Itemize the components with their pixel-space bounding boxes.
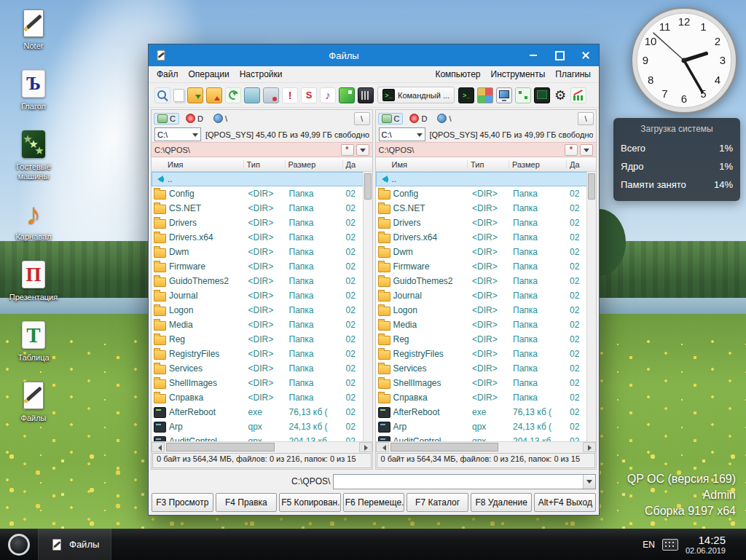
minimize-button[interactable] <box>520 44 546 66</box>
favorites-button[interactable]: * <box>341 144 354 156</box>
menu-item[interactable]: Файл <box>152 66 184 82</box>
vertical-scroll-thumb[interactable] <box>364 173 372 200</box>
path-bar[interactable]: C:\QPOS\ * <box>152 142 372 157</box>
fkey-button[interactable]: F6 Перемеще... <box>343 493 405 512</box>
file-row[interactable]: AuditControl qpx 204,13 кб... 02 <box>152 434 364 441</box>
startup-s-icon[interactable] <box>301 87 317 103</box>
drive-button[interactable]: \ <box>210 112 231 125</box>
column-header-type[interactable]: Тип <box>244 160 286 169</box>
file-row[interactable]: Media <DIR> Папка 02 <box>152 318 364 332</box>
vertical-scrollbar[interactable] <box>586 172 596 441</box>
start-button[interactable] <box>0 529 38 560</box>
file-row[interactable]: Logon <DIR> Папка 02 <box>152 303 364 318</box>
desktop-icon[interactable]: П Презентация <box>4 259 63 302</box>
scroll-right-button[interactable] <box>359 442 372 452</box>
refresh-icon[interactable] <box>225 87 241 103</box>
file-row[interactable]: CS.NET <DIR> Папка 02 <box>152 201 364 216</box>
keyboard-icon[interactable] <box>662 539 678 551</box>
file-row[interactable]: Reg <DIR> Папка 02 <box>152 332 364 347</box>
maximize-button[interactable] <box>546 44 573 66</box>
file-row[interactable]: ShellImages <DIR> Папка 02 <box>376 376 588 390</box>
drive-select[interactable]: C:\ <box>154 127 201 141</box>
column-header-size[interactable]: Размер <box>286 160 343 169</box>
file-row[interactable]: Drivers <DIR> Папка 02 <box>152 216 364 230</box>
copy-documents-icon[interactable] <box>173 89 184 102</box>
scroll-left-button[interactable] <box>152 442 165 452</box>
keyboard-layout-indicator[interactable]: EN <box>643 540 655 550</box>
plugin-icon[interactable] <box>339 87 355 103</box>
path-bar[interactable]: C:\QPOS\ * <box>376 142 597 157</box>
history-dropdown-button[interactable] <box>580 144 593 156</box>
menu-item[interactable]: Настройки <box>235 66 288 82</box>
network-icon[interactable] <box>515 87 531 103</box>
file-row[interactable]: Services <DIR> Папка 02 <box>152 361 364 376</box>
unpack-folder-icon[interactable] <box>206 87 222 103</box>
file-row[interactable]: Config <DIR> Папка 02 <box>376 186 588 201</box>
terminal-icon[interactable] <box>458 87 474 103</box>
file-row[interactable]: Arp qpx 24,13 кб ( 02 <box>376 419 588 434</box>
close-button[interactable] <box>573 44 599 66</box>
file-grid-icon[interactable] <box>477 87 493 103</box>
file-row[interactable]: Firmware <DIR> Папка 02 <box>152 259 364 274</box>
command-history-button[interactable] <box>583 475 595 489</box>
remote-screen-icon[interactable] <box>534 87 550 103</box>
fkey-button[interactable]: F8 Удаление <box>471 493 533 512</box>
file-row[interactable]: Справка <DIR> Папка 02 <box>152 390 364 405</box>
fkey-button[interactable]: F7 Каталог <box>407 493 468 512</box>
scroll-left-button[interactable] <box>376 442 389 452</box>
file-row[interactable]: GuidoThemes2 <DIR> Папка 02 <box>152 274 364 288</box>
desktop-icon[interactable]: Ъ Глагол <box>4 68 63 111</box>
file-row[interactable]: AfterReboot exe 76,13 кб ( 02 <box>152 405 364 419</box>
file-row[interactable]: Journal <DIR> Папка 02 <box>152 288 364 303</box>
desktop-icon[interactable]: ♪ Карнавал <box>4 198 63 242</box>
monitor-tools-icon[interactable] <box>496 87 512 103</box>
file-row[interactable]: Media <DIR> Папка 02 <box>376 318 588 332</box>
attention-icon[interactable] <box>282 87 298 103</box>
horizontal-scrollbar[interactable] <box>152 441 372 452</box>
root-path-button[interactable]: \ <box>354 112 370 125</box>
file-row[interactable]: Config <DIR> Папка 02 <box>152 186 364 201</box>
desktop-icon[interactable]: ★ Гостевые машины <box>4 128 63 181</box>
view-panel-icon[interactable] <box>244 87 260 103</box>
command-input[interactable] <box>334 475 583 489</box>
system-stats-icon[interactable] <box>570 87 586 103</box>
file-row[interactable]: Reg <DIR> Папка 02 <box>376 332 588 347</box>
file-row[interactable]: AuditControl qpx 204,13 кб... 02 <box>376 434 588 441</box>
file-row[interactable]: Drivers.x64 <DIR> Папка 02 <box>152 230 364 245</box>
file-row[interactable]: ShellImages <DIR> Папка 02 <box>152 376 364 390</box>
horizontal-scroll-thumb[interactable] <box>390 443 499 451</box>
desktop-icon[interactable]: Noter <box>4 7 63 51</box>
drive-button[interactable]: D <box>406 112 431 125</box>
media-player-icon[interactable] <box>320 87 336 103</box>
drive-button[interactable]: C <box>154 113 179 125</box>
pack-folder-icon[interactable] <box>187 87 203 103</box>
taskbar-clock[interactable]: 14:25 02.06.2019 <box>686 534 726 555</box>
fkey-button[interactable]: F4 Правка <box>216 493 278 512</box>
file-row[interactable]: .. <box>152 172 364 186</box>
column-header-size[interactable]: Размер <box>509 160 567 169</box>
file-row[interactable]: RegistryFiles <DIR> Папка 02 <box>376 347 588 361</box>
encoder-icon[interactable] <box>358 87 374 103</box>
fkey-button[interactable]: F5 Копирован... <box>279 493 341 512</box>
file-row[interactable]: Dwm <DIR> Папка 02 <box>152 245 364 259</box>
file-row[interactable]: GuidoThemes2 <DIR> Папка 02 <box>376 274 588 288</box>
file-row[interactable]: Справка <DIR> Папка 02 <box>376 390 588 405</box>
command-prompt-button[interactable]: Командный ... <box>377 87 455 103</box>
file-row[interactable]: AfterReboot exe 76,13 кб ( 02 <box>376 405 588 419</box>
drive-button[interactable]: \ <box>433 112 455 125</box>
disk-image-icon[interactable] <box>263 87 279 103</box>
column-header-date[interactable]: Да <box>343 160 364 169</box>
file-row[interactable]: Dwm <DIR> Папка 02 <box>376 245 588 259</box>
file-row[interactable]: Services <DIR> Папка 02 <box>376 361 588 376</box>
file-row[interactable]: CS.NET <DIR> Папка 02 <box>376 201 588 216</box>
settings-gear-icon[interactable] <box>553 88 568 103</box>
column-header-name[interactable]: Имя <box>376 160 468 169</box>
column-header-type[interactable]: Тип <box>468 160 509 169</box>
file-row[interactable]: Logon <DIR> Папка 02 <box>376 303 588 318</box>
horizontal-scroll-thumb[interactable] <box>166 443 275 451</box>
horizontal-scrollbar[interactable] <box>376 441 597 452</box>
fkey-button[interactable]: F3 Просмотр <box>152 493 213 512</box>
desktop-icon[interactable]: Файлы <box>4 379 63 423</box>
file-row[interactable]: Firmware <DIR> Папка 02 <box>376 259 588 274</box>
search-icon[interactable] <box>154 87 170 103</box>
